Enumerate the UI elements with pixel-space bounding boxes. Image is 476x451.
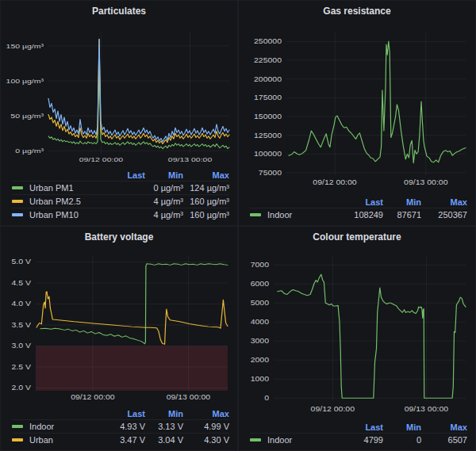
legend-row-urban: Urban3.47 V3.04 V4.30 V — [12, 433, 229, 446]
x-tick-label: 09/13 00:00 — [404, 178, 448, 186]
legend-header-last[interactable]: Last — [101, 170, 145, 180]
y-tick-label: 75000 — [259, 169, 282, 177]
series-line-urban — [36, 292, 228, 345]
legend-value-last: 108249 — [339, 210, 383, 220]
y-tick-label: 6000 — [251, 280, 270, 288]
legend-row-indoor: Indoor10824987671250367 — [250, 208, 467, 221]
legend-swatch-icon — [250, 438, 261, 441]
battery-voltage-chart-area: 2.0 V2.5 V3.0 V3.5 V4.0 V4.5 V5.0 V09/12… — [1, 247, 237, 407]
legend-value-min: 0 µg/m³ — [145, 183, 183, 193]
y-tick-label: 175000 — [254, 94, 282, 101]
gas-resistance-chart[interactable]: 7500010000012500015000017500020000022500… — [239, 21, 475, 196]
legend-value-min: 87671 — [383, 210, 421, 220]
y-tick-label: 250000 — [254, 37, 282, 45]
gas-resistance-legend: LastMinMaxIndoor10824987671250367 — [239, 196, 475, 225]
gas-resistance-chart-area: 7500010000012500015000017500020000022500… — [239, 21, 475, 196]
legend-series-indoor[interactable]: Indoor — [250, 435, 339, 445]
legend-header: LastMinMax — [12, 407, 229, 419]
y-tick-label: 3.0 V — [12, 342, 32, 350]
legend-row-urban-pm2-5: Urban PM2.54 µg/m³160 µg/m³ — [12, 194, 229, 208]
y-tick-label: 5.0 V — [12, 258, 32, 266]
y-tick-label: 125000 — [254, 131, 282, 139]
legend-value-min: 3.13 V — [145, 422, 183, 431]
legend-header: LastMinMax — [250, 196, 467, 208]
threshold-region — [36, 346, 228, 391]
particulates-chart-area: 0 µg/m³50 µg/m³100 µg/m³150 µg/m³09/12 0… — [1, 21, 237, 169]
legend-header-max[interactable]: Max — [421, 422, 467, 432]
particulates-legend: LastMinMaxUrban PM10 µg/m³124 µg/m³Urban… — [1, 169, 237, 225]
legend-series-urban-pm10[interactable]: Urban PM10 — [12, 210, 101, 220]
panel-title-battery-voltage[interactable]: Battery voltage — [1, 227, 237, 247]
legend-value-min: 0 — [383, 435, 421, 445]
panel-particulates: Particulates 0 µg/m³50 µg/m³100 µg/m³150… — [0, 0, 238, 226]
legend-swatch-icon — [12, 425, 23, 428]
panel-title-particulates[interactable]: Particulates — [1, 1, 237, 21]
legend-series-indoor[interactable]: Indoor — [250, 210, 339, 220]
legend-series-label: Indoor — [267, 435, 292, 445]
battery-voltage-legend: LastMinMaxIndoor4.93 V3.13 V4.99 VUrban3… — [1, 407, 237, 450]
y-tick-label: 0 µg/m³ — [15, 147, 44, 154]
y-tick-label: 2.5 V — [12, 363, 32, 371]
legend-header-min[interactable]: Min — [383, 197, 421, 207]
colour-temperature-legend: LastMinMaxIndoor479906507 — [239, 421, 475, 450]
legend-row-indoor: Indoor479906507 — [250, 433, 467, 446]
legend-header-max[interactable]: Max — [183, 409, 229, 419]
legend-header-min[interactable]: Min — [145, 170, 183, 180]
legend-swatch-icon — [12, 438, 23, 441]
y-tick-label: 100000 — [254, 150, 282, 158]
colour-temperature-chart-area: 0100020003000400050006000700009/12 00:00… — [239, 247, 475, 421]
legend-series-label: Urban — [29, 435, 53, 445]
legend-series-label: Indoor — [29, 422, 54, 431]
legend-value-max: 160 µg/m³ — [183, 197, 229, 206]
battery-voltage-chart[interactable]: 2.0 V2.5 V3.0 V3.5 V4.0 V4.5 V5.0 V09/12… — [1, 247, 237, 407]
legend-header-last[interactable]: Last — [339, 422, 383, 432]
x-tick-label: 09/13 00:00 — [405, 404, 449, 412]
y-tick-label: 50 µg/m³ — [10, 113, 44, 119]
y-tick-label: 225000 — [254, 56, 282, 64]
legend-series-urban-pm2-5[interactable]: Urban PM2.5 — [12, 197, 101, 206]
legend-header-max[interactable]: Max — [421, 197, 467, 207]
panel-title-colour-temperature[interactable]: Colour temperature — [239, 227, 475, 247]
y-tick-label: 7000 — [251, 261, 270, 269]
legend-series-urban-pm1[interactable]: Urban PM1 — [12, 183, 101, 193]
legend-row-urban-pm1: Urban PM10 µg/m³124 µg/m³ — [12, 181, 229, 194]
legend-value-last: 3.47 V — [101, 435, 145, 445]
y-tick-label: 3.5 V — [12, 321, 32, 329]
y-tick-label: 200000 — [254, 75, 282, 82]
legend-header-last[interactable]: Last — [339, 197, 383, 207]
legend-series-label: Urban PM1 — [29, 183, 74, 193]
colour-temperature-chart[interactable]: 0100020003000400050006000700009/12 00:00… — [239, 247, 475, 421]
legend-header-max[interactable]: Max — [183, 170, 229, 180]
y-tick-label: 4.5 V — [12, 279, 32, 287]
y-tick-label: 2000 — [251, 356, 270, 364]
y-tick-label: 150 µg/m³ — [6, 43, 44, 49]
legend-series-indoor[interactable]: Indoor — [12, 422, 101, 431]
y-tick-label: 3000 — [251, 337, 270, 345]
legend-value-max: 160 µg/m³ — [183, 210, 229, 220]
y-tick-label: 2.0 V — [12, 384, 32, 392]
legend-swatch-icon — [12, 186, 23, 189]
series-line-urban-pm10 — [48, 39, 229, 142]
y-tick-label: 150000 — [254, 113, 282, 120]
y-tick-label: 0 — [264, 394, 269, 402]
x-tick-label: 09/12 00:00 — [313, 178, 357, 186]
x-tick-label: 09/12 00:00 — [79, 156, 123, 162]
legend-header-last[interactable]: Last — [101, 409, 145, 419]
particulates-chart[interactable]: 0 µg/m³50 µg/m³100 µg/m³150 µg/m³09/12 0… — [1, 21, 237, 169]
legend-swatch-icon — [12, 213, 23, 216]
legend-series-urban[interactable]: Urban — [12, 435, 101, 445]
y-tick-label: 1000 — [251, 375, 270, 383]
legend-value-max: 4.99 V — [183, 422, 229, 431]
legend-value-max: 124 µg/m³ — [183, 183, 229, 193]
y-tick-label: 4.0 V — [12, 300, 32, 308]
y-tick-label: 100 µg/m³ — [6, 78, 44, 84]
legend-value-max: 4.30 V — [183, 435, 229, 445]
panel-colour-temperature: Colour temperature 010002000300040005000… — [238, 226, 476, 451]
panel-title-gas-resistance[interactable]: Gas resistance — [239, 1, 475, 21]
legend-swatch-icon — [12, 200, 23, 203]
legend-header-min[interactable]: Min — [145, 409, 183, 419]
legend-header-min[interactable]: Min — [383, 422, 421, 432]
legend-row-urban-pm10: Urban PM104 µg/m³160 µg/m³ — [12, 208, 229, 221]
legend-value-min: 4 µg/m³ — [145, 197, 183, 206]
x-tick-label: 09/12 00:00 — [71, 393, 114, 401]
